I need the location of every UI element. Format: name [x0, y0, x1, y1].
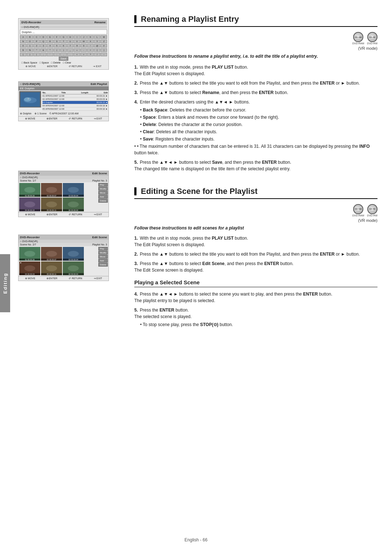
key-grid-row3: 0 1 2 3 4 5 6 7 8 9 ! @ # [20, 44, 107, 48]
playlist-item-3: 03 Dolphin00:00:15 ► [42, 101, 108, 104]
edit-scene-scene-info-2: Scene No. 2/7 [20, 243, 36, 246]
edit-scene-screen-1: DVD-Recorder Edit Scene ○ DVD-RW(VR) Sce… [18, 171, 109, 217]
modify-btn-2[interactable]: Modify [98, 251, 108, 255]
playlist-title: EE Dolphin [19, 86, 109, 90]
side-editing-tab: Editing [0, 254, 10, 312]
dvd-rw-disc-2: DVD-RW [367, 204, 377, 214]
svg-point-9 [68, 187, 79, 193]
playlist-thumbnail [19, 91, 41, 107]
edit-scene-sub-1: ○ DVD-RW(VR) [19, 176, 109, 179]
step1-4-bullets: Back Space: Deletes the character before… [134, 107, 377, 156]
delete-btn-1[interactable]: Delete [98, 199, 108, 203]
edit-scene-buttons-1: Play Modify Move Add Delete [98, 183, 108, 203]
step-play-4: 4. Press the ▲▼◄ ► buttons to select the… [134, 291, 377, 304]
playlist-screen: ○ DVD-RW(VR) Edit Playlist EE Dolphin [18, 81, 109, 121]
scene-thumb-1-1: 01 00:00:26 [19, 183, 40, 197]
scene-thumb-2-6: 06 00:00:04 [63, 261, 84, 275]
section1-title: Renaming a Playlist Entry [134, 15, 377, 27]
svg-point-5 [24, 187, 35, 193]
edit-scene-playlist-no-2: Playlist No. 3 [92, 243, 107, 246]
bullet-clear: Clear: Deletes all the character inputs. [140, 129, 377, 135]
edit-scene-header-left-2: DVD-Recorder [20, 236, 40, 239]
edit-scene-playlist-no-1: Playlist No. 3 [92, 179, 107, 182]
add-btn-1[interactable]: Add [98, 195, 108, 199]
step1-1: 1. With the unit in stop mode, press the… [134, 64, 377, 77]
playlist-item-4: 04 APR/04/2007 12:0000:00:16 ► [42, 104, 108, 107]
page-footer: English - 66 [0, 530, 392, 546]
bullet-stop: To stop scene play, press the STOP(⊙) bu… [140, 321, 377, 328]
svg-point-3 [28, 98, 29, 99]
svg-point-2 [24, 97, 31, 102]
move-btn-1[interactable]: Move [98, 191, 108, 195]
dvd-rw-icon: DVD-RW DVD-RW [367, 32, 377, 45]
edit-scene-sub-2: ○ DVD-RW(VR) [19, 240, 109, 243]
svg-point-19 [46, 251, 57, 257]
step2-1: 1. With the unit in stop mode, press the… [134, 235, 377, 248]
right-column: Renaming a Playlist Entry DVD-RAM DVD-RA… [120, 15, 377, 331]
step2-3: 3. Press the ▲▼ buttons to select Edit S… [134, 260, 377, 273]
svg-point-27 [68, 265, 79, 271]
section1: Renaming a Playlist Entry DVD-RAM DVD-RA… [134, 15, 377, 172]
playlist-header-right: Edit Playlist [91, 82, 107, 86]
svg-point-11 [24, 202, 35, 207]
step-play-5-bullets: To stop scene play, press the STOP(⊙) bu… [134, 321, 377, 328]
key-grid-row1: A B C D E F G H I J K L M [20, 35, 107, 39]
key-grid-row2: N O P Q R S T U V W X Y Z [20, 40, 107, 43]
play-btn-2[interactable]: Play [98, 247, 108, 251]
scene-thumb-2-3: 03 00:00:04 [63, 247, 84, 261]
step1-2: 2. Press the ▲▼ buttons to select the ti… [134, 80, 377, 86]
play-btn-1[interactable]: Play [98, 183, 108, 187]
svg-point-17 [24, 251, 35, 257]
footer-text: English - 66 [184, 537, 207, 542]
rename-input-display: Dolphin ... [20, 29, 107, 34]
playlist-list-header: No.TitleLengthEdit [42, 91, 108, 94]
step2-2: 2. Press the ▲▼ buttons to select the ti… [134, 251, 377, 257]
dvd-ram-disc: DVD-RAM [353, 32, 363, 42]
scene-thumb-1-4: 04 00:00:03 [19, 198, 40, 211]
svg-point-25 [46, 265, 57, 271]
edit-scene-header-right-2: Edit Scene [92, 236, 107, 239]
playlist-info: ⊕ Dolphin ⊕ 1 Scene © APR/24/2007 12:00 … [19, 111, 109, 116]
step1-3: 3. Press the ▲▼ buttons to select Rename… [134, 89, 377, 96]
left-column: DVD-Recorder Rename ○ DVD-RW(VR) Dolphin… [18, 15, 120, 331]
step1-5: 5. Press the ▲▼◄ ► buttons to select Sav… [134, 159, 377, 172]
format-icons-section2: DVD-RAM DVD-RAM DVD-RW DVD-RW [134, 204, 377, 217]
svg-point-15 [68, 202, 79, 207]
rename-screen-header: DVD-Recorder Rename [20, 20, 107, 25]
dvd-ram-disc-2: DVD-RAM [353, 204, 363, 214]
playlist-header-left: ○ DVD-RW(VR) [20, 82, 40, 86]
edit-scene-info-2: Scene No. 2/7 Playlist No. 3 [19, 243, 109, 246]
playlist-list: No.TitleLengthEdit 01 APR/01/2007 12:000… [42, 91, 108, 111]
scene-thumb-2-5: 05 00:00:11 [41, 261, 62, 275]
bullet-info: • The maximum number of characters that … [134, 143, 377, 156]
edit-scene-header-left-1: DVD-Recorder [20, 172, 40, 175]
save-key-btn[interactable]: Save [59, 57, 68, 61]
scene-thumb-1-3: 03 00:00:04 [63, 183, 84, 197]
edit-scene-sub-left-2: ○ DVD-RW(VR) [20, 240, 38, 243]
section2-title: Editing a Scene for the Playlist [134, 187, 377, 199]
add-btn-2[interactable]: Add [98, 259, 108, 263]
section2-intro: Follow these instructions to edit scenes… [134, 225, 377, 231]
modify-btn-1[interactable]: Modify [98, 187, 108, 191]
delete-btn-2[interactable]: Delete [98, 263, 108, 267]
edit-scene-content-2: 01 00:00:26 02 00:00:07 03 00:00:04 ▼ 04… [19, 246, 109, 276]
subsection-play-steps: 4. Press the ▲▼◄ ► buttons to select the… [134, 291, 377, 328]
playlist-content: No.TitleLengthEdit 01 APR/01/2007 12:000… [19, 90, 109, 111]
playlist-item-1: 01 APR/01/2007 12:0000:00:21 ► [42, 94, 108, 98]
edit-scene-scene-info-1: Scene No. 1/7 [20, 179, 36, 182]
rename-nav: ⊕ MOVE ⊕ENTER ↺ RETURN ⇥ EXIT [20, 65, 107, 68]
vr-mode-label-1: (VR mode) [134, 46, 377, 50]
rename-header-right: Rename [94, 21, 106, 24]
edit-scene-screen-2: DVD-Recorder Edit Scene ○ DVD-RW(VR) Sce… [18, 235, 109, 281]
playlist-item-5: 05 APR/09/2007 12:0000:00:32 ► [42, 107, 108, 111]
edit-scene-nav-1: ⊕ MOVE⊕ENTER↺ RETURN⇥ EXIT [19, 212, 109, 217]
move-btn-2[interactable]: Move [98, 255, 108, 259]
bullet-delete: Delete: Deletes the character at the cur… [140, 121, 377, 128]
subsection-play-title: Playing a Selected Scene [134, 279, 377, 287]
section2-steps: 1. With the unit in stop mode, press the… [134, 235, 377, 273]
dvd-ram-icon: DVD-RAM DVD-RAM [352, 32, 364, 45]
svg-point-13 [46, 202, 57, 207]
rename-header-left: DVD-Recorder [21, 21, 41, 24]
edit-scene-content-1: 01 00:00:26 02 00:00:07 03 00:00:04 04 0… [19, 182, 109, 212]
section1-intro: Follow these instructions to rename a pl… [134, 53, 377, 60]
